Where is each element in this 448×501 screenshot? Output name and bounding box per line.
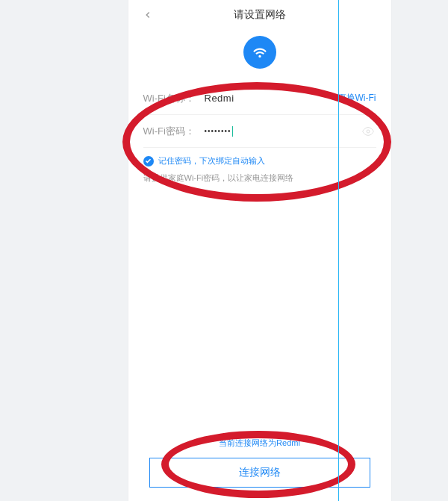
header-bar: 请设置网络 xyxy=(128,0,391,27)
hint-text: 请提供家庭Wi-Fi密码，以让家电连接网络 xyxy=(128,169,391,187)
wifi-icon xyxy=(243,36,276,69)
connect-button[interactable]: 连接网络 xyxy=(149,458,370,488)
wifi-password-row[interactable]: Wi-Fi密码： •••••••• xyxy=(143,115,376,148)
wifi-password-label: Wi-Fi密码： xyxy=(143,125,205,138)
back-button[interactable] xyxy=(140,7,155,22)
remember-password-row[interactable]: 记住密码，下次绑定自动输入 xyxy=(128,148,391,169)
wifi-icon-container xyxy=(128,27,391,82)
wifi-name-row: Wi-Fi名称： Redmi 更换Wi-Fi xyxy=(143,82,376,115)
wifi-name-label: Wi-Fi名称： xyxy=(143,92,205,105)
text-cursor xyxy=(232,126,233,137)
change-wifi-button[interactable]: 更换Wi-Fi xyxy=(337,92,376,105)
chevron-left-icon xyxy=(143,10,153,20)
checkmark-icon xyxy=(143,156,154,167)
svg-point-0 xyxy=(367,130,370,133)
bottom-section: 当前连接网络为Redmi 连接网络 xyxy=(128,438,391,488)
current-network-label: 当前连接网络为Redmi xyxy=(149,438,370,449)
toggle-password-visibility-button[interactable] xyxy=(361,125,375,138)
vertical-divider xyxy=(338,0,339,501)
eye-icon xyxy=(362,125,374,137)
wifi-form: Wi-Fi名称： Redmi 更换Wi-Fi Wi-Fi密码： •••••••• xyxy=(128,82,391,148)
page-title: 请设置网络 xyxy=(155,8,364,22)
phone-screen: 请设置网络 Wi-Fi名称： Redmi 更换Wi-Fi Wi-Fi密码： ••… xyxy=(128,0,391,501)
wifi-password-input[interactable]: •••••••• xyxy=(205,126,376,137)
remember-password-label: 记住密码，下次绑定自动输入 xyxy=(158,155,265,167)
